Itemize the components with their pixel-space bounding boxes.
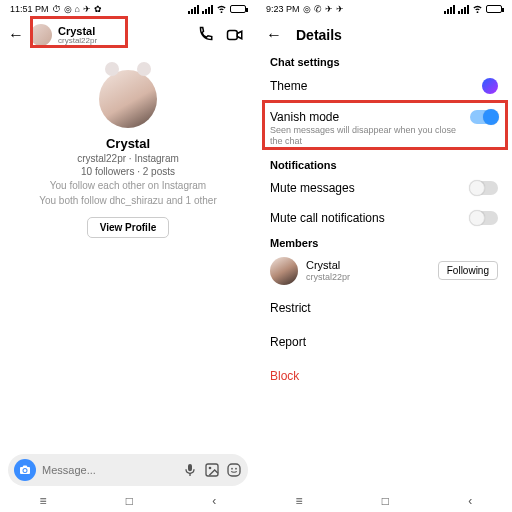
restrict-action[interactable]: Restrict	[256, 291, 512, 325]
sticker-icon[interactable]	[226, 462, 242, 478]
whatsapp-icon: ✆	[314, 4, 322, 14]
svg-rect-1	[206, 464, 218, 476]
svg-point-2	[209, 467, 212, 470]
stories-icon: ◎	[64, 4, 72, 14]
svg-rect-3	[228, 464, 240, 476]
tulip-icon: ✿	[94, 4, 102, 14]
profile-follow-line-2: You both follow dhc_shirazu and 1 other	[39, 194, 217, 207]
back-arrow-icon[interactable]: ←	[266, 27, 282, 43]
profile-info-panel: Crystal crystal22pr · Instagram 10 follo…	[0, 52, 256, 512]
home-nav-icon[interactable]: □	[126, 494, 133, 508]
theme-color-icon	[482, 78, 498, 94]
svg-rect-0	[228, 31, 238, 40]
mute-calls-row[interactable]: Mute call notifications	[256, 203, 512, 233]
profile-avatar[interactable]	[99, 70, 157, 128]
mic-icon[interactable]	[182, 462, 198, 478]
block-action[interactable]: Block	[256, 359, 512, 393]
members-label: Members	[256, 233, 512, 251]
member-row[interactable]: Crystal crystal22pr Following	[256, 251, 512, 291]
battery-icon	[230, 5, 246, 13]
highlight-vanish	[262, 100, 508, 150]
android-nav-bar: ≡ □ ‹	[0, 490, 256, 512]
notifications-label: Notifications	[256, 155, 512, 173]
svg-point-5	[235, 468, 237, 470]
back-nav-icon[interactable]: ‹	[212, 494, 216, 508]
signal-icon-2	[202, 5, 213, 14]
details-title: Details	[296, 27, 342, 43]
android-nav-bar: ≡ □ ‹	[256, 490, 512, 512]
camera-button[interactable]	[14, 459, 36, 481]
signal-icon-2	[458, 5, 469, 14]
mute-calls-label: Mute call notifications	[270, 211, 470, 225]
highlight-header	[30, 16, 128, 48]
home-nav-icon[interactable]: □	[382, 494, 389, 508]
stopwatch-icon: ⏱	[52, 4, 61, 14]
telegram-icon-2: ✈	[336, 4, 344, 14]
status-bar: 9:23 PM ◎ ✆ ✈ ✈	[256, 0, 512, 18]
recents-nav-icon[interactable]: ≡	[296, 494, 303, 508]
message-input[interactable]: Message...	[42, 464, 176, 476]
profile-stats: 10 followers · 2 posts	[81, 166, 175, 177]
mute-messages-label: Mute messages	[270, 181, 470, 195]
video-call-icon[interactable]	[226, 26, 244, 44]
headphones-icon: ⌂	[75, 4, 80, 14]
profile-username-line: crystal22pr · Instagram	[77, 153, 179, 164]
profile-follow-line-1: You follow each other on Instagram	[50, 179, 206, 192]
chat-settings-label: Chat settings	[256, 52, 512, 70]
telegram-icon: ✈	[83, 4, 91, 14]
battery-icon	[486, 5, 502, 13]
back-nav-icon[interactable]: ‹	[468, 494, 472, 508]
svg-point-4	[231, 468, 233, 470]
details-header: ← Details	[256, 18, 512, 52]
mute-messages-toggle[interactable]	[470, 181, 498, 195]
theme-label: Theme	[270, 79, 482, 93]
message-composer[interactable]: Message...	[8, 454, 248, 486]
view-profile-button[interactable]: View Profile	[87, 217, 170, 238]
mute-messages-row[interactable]: Mute messages	[256, 173, 512, 203]
stories-icon: ◎	[303, 4, 311, 14]
back-arrow-icon[interactable]: ←	[8, 27, 24, 43]
recents-nav-icon[interactable]: ≡	[40, 494, 47, 508]
member-username: crystal22pr	[306, 272, 430, 282]
profile-display-name: Crystal	[106, 136, 150, 151]
left-phone-chat-screen: 11:51 PM ⏱ ◎ ⌂ ✈ ✿ ← Crystal crystal22pr	[0, 0, 256, 512]
member-avatar	[270, 257, 298, 285]
wifi-icon	[472, 3, 483, 16]
report-action[interactable]: Report	[256, 325, 512, 359]
mute-calls-toggle[interactable]	[470, 211, 498, 225]
member-display-name: Crystal	[306, 259, 430, 272]
clock: 11:51 PM	[10, 4, 49, 14]
right-phone-details-screen: 9:23 PM ◎ ✆ ✈ ✈ ← Details Chat settings …	[256, 0, 512, 512]
theme-row[interactable]: Theme	[256, 70, 512, 102]
signal-icon	[188, 5, 199, 14]
telegram-icon: ✈	[325, 4, 333, 14]
clock: 9:23 PM	[266, 4, 300, 14]
wifi-icon	[216, 3, 227, 16]
gallery-icon[interactable]	[204, 462, 220, 478]
signal-icon	[444, 5, 455, 14]
following-button[interactable]: Following	[438, 261, 498, 280]
audio-call-icon[interactable]	[196, 26, 214, 44]
